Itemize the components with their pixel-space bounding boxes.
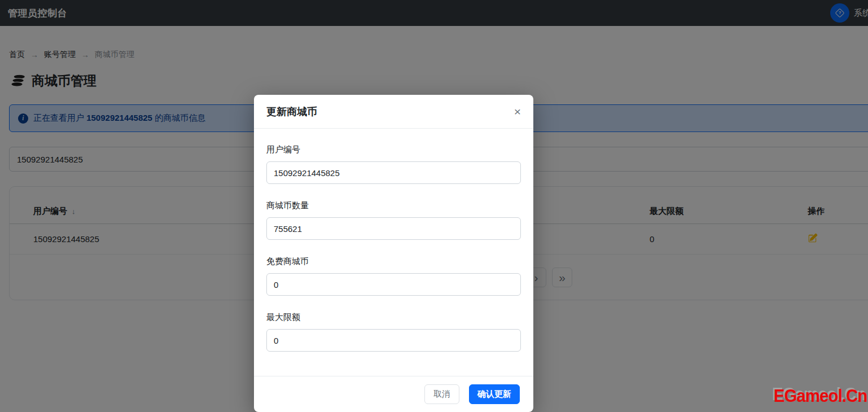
modal-header: 更新商城币 × [254, 95, 533, 129]
modal-title: 更新商城币 [266, 105, 317, 119]
modal-footer: 取消 确认更新 [254, 376, 533, 412]
cancel-button[interactable]: 取消 [424, 384, 459, 404]
free-coin-label: 免费商城币 [266, 256, 521, 267]
update-coin-modal: 更新商城币 × 用户编号 商城币数量 免费商城币 最大限额 取消 确认更新 [254, 95, 533, 412]
watermark: EGameol.Cn [773, 386, 867, 406]
max-limit-label: 最大限额 [266, 312, 521, 323]
coin-amount-field[interactable] [266, 217, 521, 240]
modal-body: 用户编号 商城币数量 免费商城币 最大限额 [254, 129, 533, 376]
coin-amount-label: 商城币数量 [266, 200, 521, 211]
max-limit-field[interactable] [266, 329, 521, 352]
close-icon[interactable]: × [514, 106, 521, 117]
free-coin-field[interactable] [266, 273, 521, 296]
user-id-field[interactable] [266, 161, 521, 184]
user-id-label: 用户编号 [266, 144, 521, 155]
confirm-update-button[interactable]: 确认更新 [469, 384, 520, 404]
